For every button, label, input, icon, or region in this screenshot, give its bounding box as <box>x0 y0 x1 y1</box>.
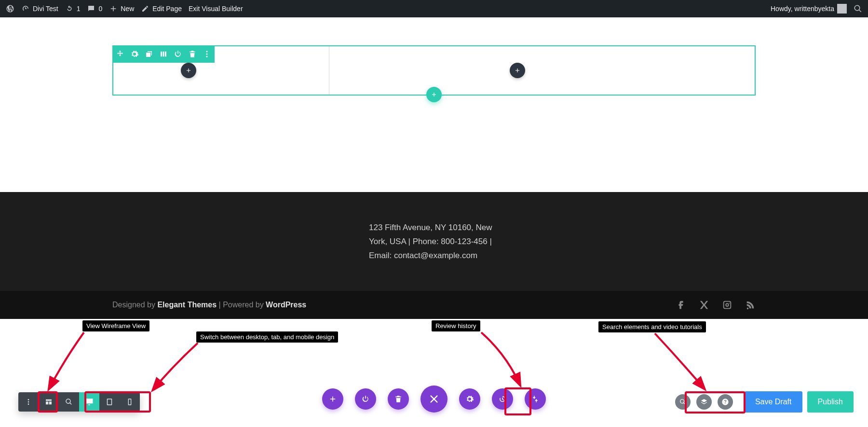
gauge-icon <box>21 4 30 13</box>
history-button[interactable] <box>492 388 513 410</box>
duplicate-icon[interactable] <box>144 49 154 59</box>
trash-icon[interactable] <box>188 49 197 59</box>
site-title-text: Divi Test <box>33 5 58 13</box>
updates-link[interactable]: 1 <box>65 4 81 13</box>
arrow-history <box>477 331 526 388</box>
avatar <box>837 4 847 14</box>
svg-point-4 <box>28 401 29 403</box>
phone-view-button[interactable] <box>120 392 140 412</box>
howdy-text: Howdy, writtenbyekta <box>771 5 834 13</box>
page-settings-power-button[interactable] <box>355 388 376 410</box>
edit-page-link[interactable]: Edit Page <box>141 4 182 13</box>
layers-button[interactable] <box>696 394 712 410</box>
designed-by-theme[interactable]: Elegant Themes <box>157 301 217 309</box>
admin-bar-left: Divi Test 1 0 New Edit Page <box>6 4 243 13</box>
add-section-button[interactable] <box>322 388 343 410</box>
zoom-view-button[interactable] <box>59 392 79 412</box>
rss-icon[interactable] <box>745 300 756 310</box>
toolbar-menu-button[interactable] <box>18 392 39 412</box>
wp-admin-bar: Divi Test 1 0 New Edit Page <box>0 0 868 17</box>
columns-icon[interactable] <box>159 49 168 59</box>
new-content-link[interactable]: New <box>109 4 134 13</box>
arrow-wireframe <box>45 331 89 393</box>
powered-by-sep: | Powered by <box>217 301 266 309</box>
new-label: New <box>121 5 134 13</box>
search-toggle[interactable] <box>854 4 862 13</box>
svg-point-0 <box>206 51 208 52</box>
site-name-link[interactable]: Divi Test <box>21 4 58 13</box>
pencil-icon <box>141 4 149 13</box>
svg-point-3 <box>28 399 29 400</box>
tooltip-history: Review history <box>432 320 480 331</box>
save-draft-button[interactable]: Save Draft <box>745 391 802 413</box>
close-builder-button[interactable] <box>420 386 448 413</box>
publish-button[interactable]: Publish <box>807 391 854 413</box>
builder-canvas <box>0 17 868 96</box>
builder-right-actions: Save Draft Publish <box>675 391 854 413</box>
add-module-button-col1[interactable] <box>181 63 196 78</box>
column-divider <box>329 46 329 95</box>
site-footer: 123 Fifth Avenue, NY 10160, New York, US… <box>0 192 868 291</box>
svg-point-5 <box>28 403 29 405</box>
comment-icon <box>87 4 95 13</box>
footer-social-icons <box>676 300 756 310</box>
refresh-icon <box>65 4 74 13</box>
divi-section[interactable] <box>112 45 756 96</box>
add-row-button[interactable] <box>426 87 442 102</box>
view-mode-toolbar <box>18 392 140 412</box>
wireframe-view-button[interactable] <box>39 392 59 412</box>
footer-bottom-bar: Designed by Elegant Themes | Powered by … <box>0 291 868 319</box>
plus-icon <box>109 4 118 13</box>
tooltip-responsive: Switch between desktop, tab, and mobile … <box>196 331 338 343</box>
updates-count: 1 <box>77 5 81 13</box>
footer-text: 123 Fifth Avenue, NY 10160, New York, US… <box>369 221 499 263</box>
exit-vb-label: Exit Visual Builder <box>189 5 243 13</box>
power-icon[interactable] <box>173 49 183 59</box>
facebook-icon[interactable] <box>676 300 686 310</box>
svg-point-1 <box>206 54 208 55</box>
section-toolbar <box>112 45 215 63</box>
publish-label: Publish <box>818 398 843 406</box>
tablet-view-button[interactable] <box>99 392 120 412</box>
x-twitter-icon[interactable] <box>699 300 709 310</box>
move-icon[interactable] <box>115 49 125 59</box>
instagram-icon[interactable] <box>722 300 732 310</box>
page-settings-button[interactable] <box>459 388 480 410</box>
designed-by-prefix: Designed by <box>112 301 157 309</box>
tooltip-wireframe: View Wireframe View <box>82 320 149 331</box>
wp-logo[interactable] <box>6 4 14 13</box>
footer-credits: Designed by Elegant Themes | Powered by … <box>112 301 306 309</box>
desktop-view-button[interactable] <box>79 392 99 412</box>
tooltip-search: Search elements and video tutorials <box>598 321 706 332</box>
search-icon <box>854 4 862 13</box>
arrow-search <box>651 331 709 392</box>
exit-visual-builder-link[interactable]: Exit Visual Builder <box>189 5 243 13</box>
search-elements-button[interactable] <box>675 394 691 410</box>
wordpress-icon <box>6 4 14 13</box>
admin-bar-right: Howdy, writtenbyekta <box>771 4 862 14</box>
my-account-link[interactable]: Howdy, writtenbyekta <box>771 4 847 14</box>
builder-bottom-bar: Save Draft Publish <box>0 369 868 427</box>
builder-center-actions <box>322 386 546 413</box>
arrow-responsive <box>149 341 203 394</box>
portability-button[interactable] <box>525 388 546 410</box>
more-icon[interactable] <box>202 49 212 59</box>
comments-link[interactable]: 0 <box>87 4 102 13</box>
clear-layout-button[interactable] <box>388 388 409 410</box>
add-module-button-col2[interactable] <box>510 63 525 78</box>
gear-icon[interactable] <box>130 49 139 59</box>
powered-by[interactable]: WordPress <box>266 301 306 309</box>
help-button[interactable] <box>718 394 733 410</box>
edit-page-label: Edit Page <box>152 5 182 13</box>
comments-count: 0 <box>98 5 102 13</box>
save-draft-label: Save Draft <box>755 398 792 406</box>
svg-point-2 <box>206 56 208 57</box>
